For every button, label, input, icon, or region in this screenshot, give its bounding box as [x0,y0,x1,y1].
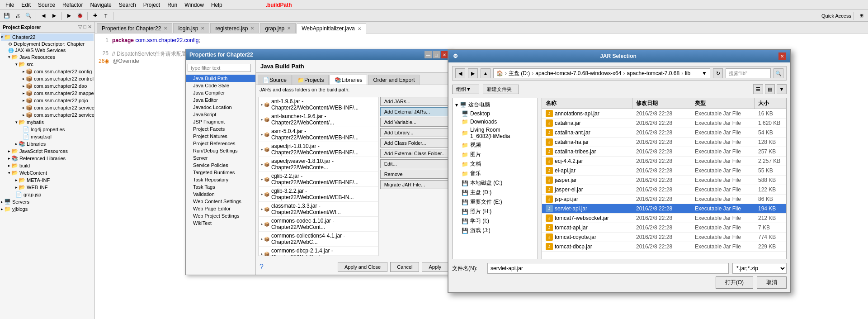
jar-aspectjrt[interactable]: ▸ 📦 aspectjrt-1.8.10.jar - Chapter22/Web… [259,142,378,157]
menu-refactor[interactable]: Refactor [59,1,86,9]
menu-edit[interactable]: Edit [18,1,34,9]
bp-tab-order-export[interactable]: Order and Export [368,75,420,85]
jar-classmate[interactable]: ▸ 📦 classmate-1.3.3.jar - Chapter22/WebC… [259,202,378,217]
tree-item-metainf[interactable]: ▸ 📂 META-INF [1,176,94,184]
dlg-item-javascript[interactable]: JavaScript [186,111,255,118]
jar-commons-collections[interactable]: ▸ 📦 commons-collections4-4.1.jar - Chapt… [259,232,378,247]
dlg-item-project-facets[interactable]: Project Facets [186,125,255,133]
tab-close-properties[interactable]: ✕ [164,26,167,31]
remove-btn[interactable]: Remove [380,170,450,179]
filter-input[interactable] [188,64,251,72]
tree-item-js-resources[interactable]: ▸ 📂 JavaScript Resources [1,148,94,155]
dialog-help-icon[interactable]: ? [259,263,264,271]
menu-navigate[interactable]: Navigate [86,1,115,9]
toolbar-save[interactable]: 💾 [2,11,12,21]
tab-registered[interactable]: registered.jsp ✕ [210,23,259,33]
dlg-item-web-content-settings[interactable]: Web Content Settings [186,198,255,205]
dialog-minimize-btn[interactable]: — [425,51,432,58]
bp-tab-libraries[interactable]: 📚 Libraries [330,75,367,85]
tree-item-ref-libraries[interactable]: ▸ 📚 Referenced Libraries [1,155,94,162]
tab-properties[interactable]: Properties for Chapter22 ✕ [97,23,172,33]
toolbar-search[interactable]: 🔍 [24,11,33,21]
tree-item-servers[interactable]: ▸ 🖥️ Servers [1,198,94,205]
tab-login[interactable]: login.jsp ✕ [173,23,209,33]
tree-item-mybatis[interactable]: ▾ 📂 mybatis [1,119,94,126]
dlg-item-project-references[interactable]: Project References [186,140,255,147]
tree-item-jaxws[interactable]: 🌐 JAX-WS Web Services [1,47,94,53]
tree-item-mysql[interactable]: 📄 mysql.sql [1,133,94,140]
jar-ant[interactable]: ▸ 📦 ant-1.9.6.jar - Chapter22/WebContent… [259,97,378,112]
tab-close-login[interactable]: ✕ [201,26,204,31]
tree-item-config[interactable]: ▸ 📦 com.ssm.chapter22.config [1,68,94,75]
dlg-item-task-repository[interactable]: Task Repository [186,176,255,183]
tree-item-mapper[interactable]: ▸ 📦 com.ssm.chapter22.mappe [1,90,94,97]
jar-list[interactable]: ▸ 📦 ant-1.9.6.jar - Chapter22/WebContent… [259,97,378,256]
menu-search[interactable]: Search [115,1,140,9]
toolbar-perspective[interactable]: ⊞ [856,11,866,21]
properties-dialog[interactable]: Properties for Chapter22 — □ ✕ Java Buil… [185,49,452,275]
dlg-item-project-natures[interactable]: Project Natures [186,133,255,140]
toolbar-forward[interactable]: ▶ [49,11,59,21]
tree-item-chapter22[interactable]: ▾ 📁 Chapter22 [1,33,94,41]
tree-item-control[interactable]: ▸ 📦 com.ssm.chapter22.control [1,75,94,82]
tree-item-webinf[interactable]: ▸ 📂 WEB-INF [1,184,94,191]
dlg-item-server[interactable]: Server [186,154,255,162]
dlg-item-run-debug[interactable]: Run/Debug Settings [186,147,255,154]
edit-btn[interactable]: Edit... [380,159,450,168]
tab-close-grap[interactable]: ✕ [287,26,291,31]
add-external-jars-btn[interactable]: Add External JARs... [380,107,450,116]
dlg-item-java-code-style[interactable]: Java Code Style [186,82,255,89]
dlg-item-javadoc[interactable]: Javadoc Location [186,104,255,111]
menu-window[interactable]: Window [181,1,208,9]
tree-item-build[interactable]: ▸ 📂 build [1,162,94,169]
tree-item-dao[interactable]: ▸ 📦 com.ssm.chapter22.dao [1,82,94,90]
menu-help[interactable]: Help [208,1,226,9]
toolbar-debug[interactable]: 🐞 [75,11,85,21]
apply-close-btn[interactable]: Apply and Close [338,262,387,272]
toolbar-new[interactable]: ✚ [90,11,100,21]
migrate-jar-btn[interactable]: Migrate JAR File... [380,180,450,189]
dlg-item-java-build-path[interactable]: Java Build Path [186,75,255,82]
add-jars-btn[interactable]: Add JARs... [380,97,450,106]
bp-tab-projects[interactable]: 📁 Projects [292,75,329,85]
apply-btn[interactable]: Apply [422,262,448,272]
toolbar-print[interactable]: 🖨 [13,11,23,21]
tree-item-java-resources[interactable]: ▾ 📂 Java Resources [1,53,94,61]
tree-item-service1[interactable]: ▸ 📦 com.ssm.chapter22.service [1,104,94,111]
dlg-item-web-project-settings[interactable]: Web Project Settings [186,212,255,219]
tab-webappinitializer[interactable]: WebAppInitializer.java ✕ [297,24,366,33]
tree-item-log4j[interactable]: 📄 log4j.properties [1,126,94,133]
jar-cglib22[interactable]: ▸ 📦 cglib-2.2.jar - Chapter22/WebContent… [259,172,378,187]
dlg-item-web-page-editor[interactable]: Web Page Editor [186,205,255,212]
jar-commons-dbcp[interactable]: ▸ 📦 commons-dbcp-2.1.4.jar - Chapter22/W… [259,247,378,256]
dlg-item-wikitext[interactable]: WikiText [186,219,255,227]
jar-ant-launcher[interactable]: ▸ 📦 ant-launcher-1.9.6.jar - Chapter22/W… [259,112,378,127]
tree-item-webcontent[interactable]: ▾ 📂 WebContent [1,169,94,176]
toolbar-back[interactable]: ◀ [38,11,48,21]
menu-run[interactable]: Run [164,1,181,9]
dlg-item-service-policies[interactable]: Service Policies [186,162,255,169]
tab-close-registered[interactable]: ✕ [250,26,254,31]
menu-file[interactable]: File [2,1,18,9]
tree-item-grap[interactable]: 📄 grap.jsp [1,191,94,198]
dlg-item-jsp-fragment[interactable]: JSP Fragment [186,118,255,125]
jar-commons-codec[interactable]: ▸ 📦 commons-codec-1.10.jar - Chapter22/W… [259,217,378,232]
jar-asm[interactable]: ▸ 📦 asm-5.0.4.jar - Chapter22/WebContent… [259,127,378,142]
dlg-item-java-compiler[interactable]: Java Compiler [186,89,255,96]
cancel-btn[interactable]: Cancel [390,262,419,272]
jar-aspectjweaver[interactable]: ▸ 📦 aspectjweaver-1.8.10.jar - Chapter22… [259,157,378,172]
tree-item-yjblogs[interactable]: ▸ 📁 yjblogs [1,205,94,213]
bp-tab-source[interactable]: 📄 Source [258,75,292,85]
dlg-item-targeted-runtimes[interactable]: Targeted Runtimes [186,169,255,176]
toolbar-run[interactable]: ▶ [64,11,74,21]
jar-cglib32[interactable]: ▸ 📦 cglib-3.2.2.jar - Chapter22/WebConte… [259,187,378,202]
menu-source[interactable]: Source [34,1,59,9]
menu-project[interactable]: Project [140,1,164,9]
add-external-class-folder-btn[interactable]: Add External Class Folder... [380,149,450,158]
dialog-close-btn[interactable]: ✕ [441,51,448,58]
add-class-folder-btn[interactable]: Add Class Folder... [380,138,450,148]
tree-item-service2[interactable]: ▸ 📦 com.ssm.chapter22.service. [1,111,94,119]
tree-item-pojo[interactable]: ▸ 📦 com.ssm.chapter22.pojo [1,97,94,104]
tree-item-src[interactable]: ▾ 📂 src [1,61,94,68]
add-library-btn[interactable]: Add Library... [380,128,450,137]
